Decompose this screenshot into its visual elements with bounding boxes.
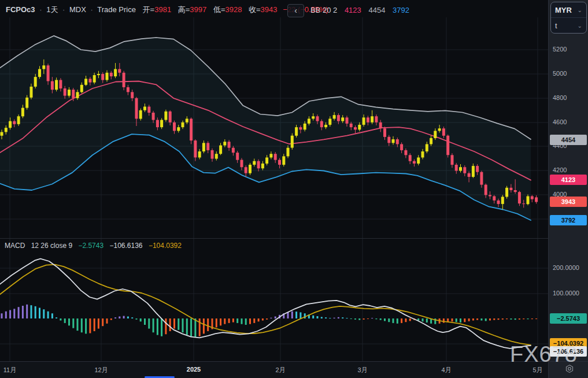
- axis-tick-label: 5200: [553, 46, 567, 53]
- price-axis-pane[interactable]: MYR ⌄ t ⌄ 520050004800460044004200400020…: [548, 0, 588, 378]
- time-axis-label: 2月: [275, 366, 285, 375]
- symbol-legend: FCPOc3 · 1天 · MDX · Trade Price 开=3981 高…: [6, 5, 328, 15]
- high-label: 高=: [178, 5, 190, 14]
- bb-upper-value: 4454: [368, 6, 385, 14]
- pane-divider[interactable]: [0, 238, 548, 239]
- close-value: 3943: [261, 5, 278, 14]
- axis-tick-label: 4800: [553, 94, 567, 101]
- bb-indicator-legend[interactable]: BB 20 2 4123 4454 3792: [310, 6, 415, 14]
- time-axis-label: 12月: [94, 366, 108, 375]
- macd-line-value: −106.6136: [109, 242, 142, 250]
- open-value: 3981: [154, 5, 171, 14]
- axis-tick-label: 100.0000: [553, 290, 579, 297]
- macd-params: 12 26 close 9: [31, 242, 72, 250]
- symbol-name[interactable]: FCPOc3: [6, 5, 35, 14]
- low-value: 3928: [225, 5, 242, 14]
- time-axis[interactable]: 11月12月20252月3月4月5月: [0, 361, 548, 378]
- macd-pane-chart[interactable]: [0, 239, 548, 361]
- chevron-left-icon: ‹: [294, 6, 297, 15]
- series-type-label: Trade Price: [97, 5, 136, 14]
- bb-basis-value: 4123: [345, 6, 361, 14]
- high-value: 3997: [190, 5, 206, 14]
- chevron-down-icon: ⌄: [578, 23, 582, 29]
- time-axis-label: 2025: [187, 366, 201, 373]
- unit-dropdown[interactable]: t ⌄: [551, 17, 586, 33]
- macd-signal-value: −104.0392: [149, 242, 182, 250]
- macd-indicator-legend[interactable]: MACD 12 26 close 9 −2.5743 −106.6136 −10…: [5, 242, 186, 250]
- bb-lower-value: 3792: [393, 6, 409, 14]
- axis-divider: [549, 361, 588, 362]
- axis-tick-label: 5000: [553, 70, 567, 77]
- time-axis-label: 4月: [441, 366, 451, 375]
- axis-tick-label: 4600: [553, 118, 567, 125]
- axis-tick-label: 4200: [553, 166, 567, 173]
- settings-gear-icon[interactable]: [565, 364, 574, 373]
- open-label: 开=: [143, 5, 155, 14]
- close-label: 收=: [249, 5, 261, 14]
- macd-badge: −2.5743: [550, 313, 587, 324]
- separator: ·: [91, 5, 93, 14]
- macd-histogram-value: −2.5743: [78, 242, 103, 250]
- low-label: 低=: [213, 5, 225, 14]
- axis-tick-label: 200.0000: [553, 264, 579, 271]
- currency-value: MYR: [555, 6, 572, 14]
- macd-badge: −106.6136: [550, 346, 587, 357]
- price-badge: 3943: [550, 197, 587, 207]
- time-axis-label: 11月: [3, 366, 16, 375]
- bb-label: BB 20 2: [310, 6, 337, 14]
- price-badge: 3792: [550, 215, 587, 225]
- currency-dropdown[interactable]: MYR ⌄: [551, 2, 586, 17]
- currency-unit-selector: MYR ⌄ t ⌄: [550, 2, 587, 34]
- price-pane-chart[interactable]: [0, 17, 548, 238]
- exchange-label: MDX: [69, 5, 86, 14]
- macd-label: MACD: [5, 242, 25, 250]
- separator: ·: [39, 5, 42, 14]
- chevron-down-icon: ⌄: [578, 7, 582, 13]
- price-badge: 4123: [550, 175, 587, 185]
- separator: ·: [62, 5, 65, 14]
- time-axis-label: 5月: [532, 366, 542, 375]
- price-badge: 4454: [550, 135, 587, 145]
- time-axis-label: 3月: [357, 366, 367, 375]
- trading-chart-app: FCPOc3 · 1天 · MDX · Trade Price 开=3981 高…: [0, 0, 588, 378]
- unit-value: t: [555, 21, 557, 30]
- interval-label[interactable]: 1天: [46, 5, 58, 14]
- collapse-legend-button[interactable]: ‹: [287, 4, 304, 17]
